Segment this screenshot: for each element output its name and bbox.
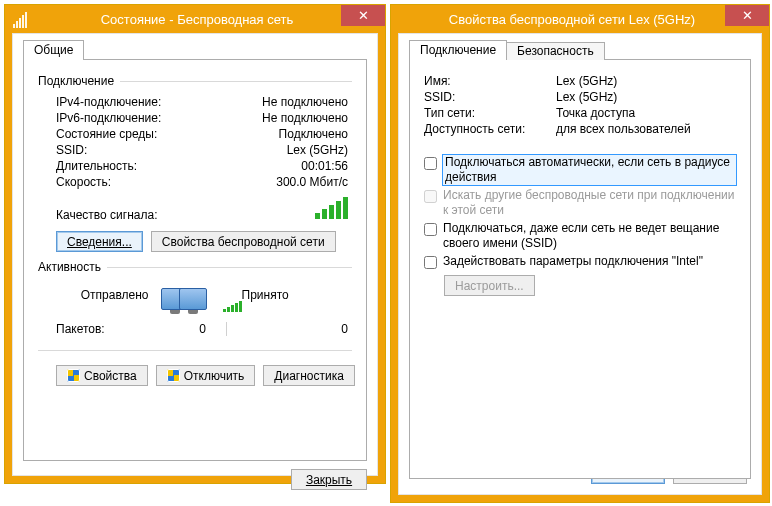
- window-title: Свойства беспроводной сети Lex (5GHz): [391, 12, 769, 27]
- duration-value: 00:01:56: [301, 159, 348, 173]
- auto-connect-label[interactable]: Подключаться автоматически, если сеть в …: [443, 155, 736, 185]
- shield-icon: [167, 369, 180, 382]
- speed-label: Скорость:: [56, 175, 111, 189]
- divider: [120, 81, 352, 82]
- ssid-value: Lex (5GHz): [287, 143, 348, 157]
- tab-panel-connection: Имя:Lex (5GHz) SSID:Lex (5GHz) Тип сети:…: [409, 59, 751, 479]
- tab-connection[interactable]: Подключение: [409, 40, 507, 60]
- shield-icon: [67, 369, 80, 382]
- ssid-label: SSID:: [424, 90, 544, 104]
- name-label: Имя:: [424, 74, 544, 88]
- close-button[interactable]: ✕: [341, 5, 385, 26]
- status-window: Состояние - Беспроводная сеть ✕ Общие По…: [4, 4, 386, 484]
- close-dialog-button[interactable]: Закрыть: [291, 469, 367, 490]
- intel-params-row: Задействовать параметры подключения "Int…: [424, 254, 736, 269]
- availability-value: для всех пользователей: [556, 122, 691, 136]
- auto-connect-checkbox[interactable]: [424, 157, 437, 170]
- nettype-label: Тип сети:: [424, 106, 544, 120]
- tab-general[interactable]: Общие: [23, 40, 84, 60]
- intel-params-checkbox[interactable]: [424, 256, 437, 269]
- speed-value: 300.0 Мбит/с: [276, 175, 348, 189]
- wireless-properties-button[interactable]: Свойства беспроводной сети: [151, 231, 336, 252]
- close-icon: ✕: [742, 8, 753, 23]
- section-activity-label: Активность: [38, 260, 101, 274]
- ipv4-label: IPv4-подключение:: [56, 95, 161, 109]
- close-button[interactable]: ✕: [725, 5, 769, 26]
- ssid-value: Lex (5GHz): [556, 90, 617, 104]
- properties-button[interactable]: Свойства: [56, 365, 148, 386]
- search-other-checkbox: [424, 190, 437, 203]
- wireless-properties-window: Свойства беспроводной сети Lex (5GHz) ✕ …: [390, 4, 770, 503]
- connect-hidden-row: Подключаться, даже если сеть не ведет ве…: [424, 221, 736, 251]
- availability-label: Доступность сети:: [424, 122, 544, 136]
- search-other-label: Искать другие беспроводные сети при подк…: [443, 188, 736, 218]
- wifi-icon: [13, 10, 31, 28]
- section-connection-label: Подключение: [38, 74, 114, 88]
- tab-security[interactable]: Безопасность: [506, 42, 605, 60]
- configure-button: Настроить...: [444, 275, 535, 296]
- signal-strength-icon: [315, 195, 348, 222]
- intel-params-label[interactable]: Задействовать параметры подключения "Int…: [443, 254, 703, 269]
- disable-button[interactable]: Отключить: [156, 365, 256, 386]
- ipv6-value: Не подключено: [262, 111, 348, 125]
- titlebar[interactable]: Состояние - Беспроводная сеть ✕: [5, 5, 385, 33]
- auto-connect-row: Подключаться автоматически, если сеть в …: [424, 155, 736, 185]
- divider: [38, 350, 352, 351]
- nettype-value: Точка доступа: [556, 106, 635, 120]
- ipv4-value: Не подключено: [262, 95, 348, 109]
- connect-hidden-checkbox[interactable]: [424, 223, 437, 236]
- mini-signal-icon: [223, 301, 242, 312]
- titlebar[interactable]: Свойства беспроводной сети Lex (5GHz) ✕: [391, 5, 769, 33]
- divider: [107, 267, 352, 268]
- packets-recv-value: 0: [247, 322, 348, 336]
- ssid-label: SSID:: [56, 143, 87, 157]
- connect-hidden-label[interactable]: Подключаться, даже если сеть не ведет ве…: [443, 221, 736, 251]
- received-label: Принято: [242, 288, 335, 302]
- activity-icon: [149, 280, 219, 310]
- divider: [226, 322, 227, 336]
- close-icon: ✕: [358, 8, 369, 23]
- duration-label: Длительность:: [56, 159, 137, 173]
- signal-label: Качество сигнала:: [56, 208, 157, 222]
- name-value: Lex (5GHz): [556, 74, 617, 88]
- window-title: Состояние - Беспроводная сеть: [31, 12, 385, 27]
- tab-panel-general: Подключение IPv4-подключение:Не подключе…: [23, 59, 367, 461]
- media-label: Состояние среды:: [56, 127, 157, 141]
- packets-label: Пакетов:: [56, 322, 105, 336]
- ipv6-label: IPv6-подключение:: [56, 111, 161, 125]
- diagnose-button[interactable]: Диагностика: [263, 365, 355, 386]
- sent-label: Отправлено: [56, 288, 149, 302]
- media-value: Подключено: [279, 127, 348, 141]
- details-button[interactable]: Сведения...: [56, 231, 143, 252]
- search-other-row: Искать другие беспроводные сети при подк…: [424, 188, 736, 218]
- packets-sent-value: 0: [105, 322, 206, 336]
